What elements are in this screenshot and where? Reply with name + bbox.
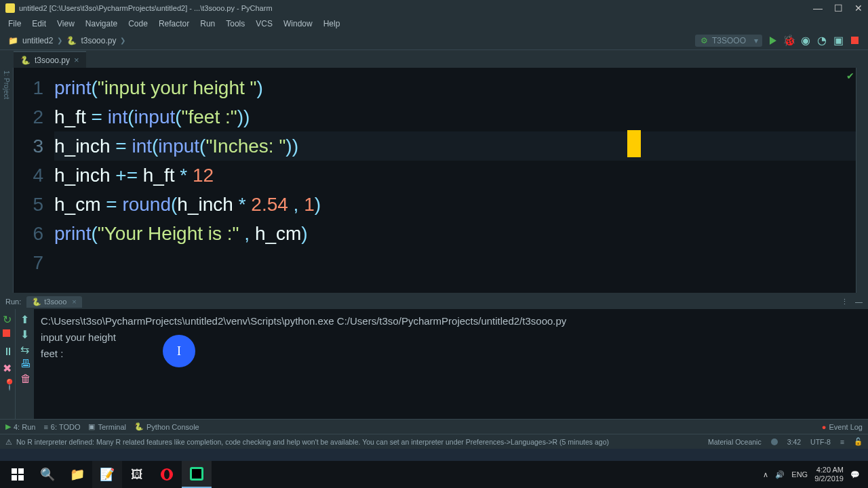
delete-button[interactable]: 🗑 [20,373,30,382]
svg-rect-3 [12,468,17,474]
svg-rect-1 [851,37,859,44]
line-gutter: 1234567 [14,68,54,293]
chevron-down-icon: ▾ [754,36,758,45]
menu-code[interactable]: Code [124,18,152,30]
encoding-indicator[interactable]: UTF-8 [810,438,831,446]
menu-refactor[interactable]: Refactor [155,18,193,30]
right-tool-stripe[interactable] [856,68,868,293]
theme-dot-icon [771,439,778,445]
close-button[interactable]: ✕ [854,4,863,12]
run-tab[interactable]: 🐍 t3sooo × [26,296,81,308]
rerun-button[interactable]: ↻ [3,313,12,323]
hide-panel-icon[interactable]: — [855,298,863,306]
pause-button[interactable]: ⏸ [3,346,12,355]
down-button[interactable]: ⬇ [20,328,30,338]
up-button[interactable]: ⬆ [20,313,30,323]
chevron-right-icon: ❯ [57,37,62,44]
menu-navigate[interactable]: Navigate [81,18,121,30]
code-area[interactable]: print("input your height ")h_ft = int(in… [54,68,856,293]
window-title: untitled2 [C:\Users\t3so\PycharmProjects… [19,4,273,12]
theme-indicator[interactable]: Material Oceanic [708,438,762,446]
analysis-ok-icon: ✔ [846,70,854,81]
run-tool-window: Run: 🐍 t3sooo × ⋮ — ↻ ⏸ ✖ 📍 ⬆ ⬇ ⇆ 🖶 🗑 I … [0,293,868,419]
project-tool-button[interactable]: 1: Project [3,70,10,99]
notifications-icon[interactable]: 💬 [850,470,860,479]
python-file-icon: 🐍 [66,36,77,45]
run-side-toolbar: ↻ ⏸ ✖ 📍 [0,309,15,419]
sublime-icon[interactable]: 📝 [92,461,122,488]
print-button[interactable]: 🖶 [20,358,30,367]
menu-tools[interactable]: Tools [222,18,249,30]
app-icon [5,3,15,13]
menu-view[interactable]: View [53,18,79,30]
window-titlebar: untitled2 [C:\Users\t3so\PycharmProjects… [0,0,868,16]
run-icon: ⚙ [701,36,708,45]
console-output[interactable]: I C:\Users\t3so\PycharmProjects\untitled… [34,309,868,419]
event-log-button[interactable]: ●Event Log [822,423,863,431]
menu-vcs[interactable]: VCS [252,18,277,30]
editor-tab[interactable]: 🐍 t3sooo.py × [14,51,86,68]
menu-bar: File Edit View Navigate Code Refactor Ru… [0,16,868,31]
python-file-icon: 🐍 [32,298,41,306]
breadcrumb-project[interactable]: untitled2 [22,36,53,45]
start-button[interactable] [3,461,33,488]
minimize-button[interactable]: — [814,4,822,12]
terminal-tool-button[interactable]: ▣Terminal [88,422,126,431]
status-message: No R interpreter defined: Many R related… [16,438,609,446]
tray-chevron-up-icon[interactable]: ∧ [763,470,768,479]
close-icon[interactable]: × [72,298,76,306]
line-separator[interactable]: ≡ [840,438,844,446]
run-tool-button[interactable]: ▶4: Run [5,422,35,431]
pin-button[interactable]: 📍 [3,378,12,388]
menu-file[interactable]: File [4,18,25,30]
svg-rect-5 [12,475,17,481]
caret-indicator [627,130,641,157]
run-configuration-selector[interactable]: ⚙ T3SOOO ▾ [695,35,762,47]
text-cursor-indicator: I [163,335,195,367]
menu-help[interactable]: Help [319,18,344,30]
more-icon[interactable]: ⋮ [841,298,848,306]
run-button[interactable] [768,35,778,46]
opera-icon[interactable] [152,461,182,488]
lock-icon[interactable]: 🔓 [854,437,863,446]
breadcrumb-file[interactable]: t3sooo.py [81,36,116,45]
python-console-button[interactable]: 🐍Python Console [134,422,199,431]
attach-button[interactable]: ▣ [833,35,844,46]
bottom-tool-stripe: ▶4: Run ≡6: TODO ▣Terminal 🐍Python Conso… [0,419,868,434]
chevron-right-icon: ❯ [120,37,125,44]
stop-button[interactable] [849,35,860,46]
svg-point-8 [164,470,170,479]
windows-taskbar: 🔍 📁 📝 🖼 ∧ 🔊 ENG 4:20 AM 9/2/2019 💬 [0,461,868,488]
code-editor[interactable]: 1234567 print("input your height ")h_ft … [14,68,856,293]
cursor-position[interactable]: 3:42 [787,438,801,446]
search-button[interactable]: 🔍 [33,461,62,488]
profile-button[interactable]: ◔ [816,35,827,46]
file-explorer-icon[interactable]: 📁 [62,461,92,488]
debug-button[interactable]: 🐞 [784,35,795,46]
todo-tool-button[interactable]: ≡6: TODO [43,423,80,431]
menu-edit[interactable]: Edit [28,18,50,30]
volume-icon[interactable]: 🔊 [775,470,785,479]
maximize-button[interactable]: ☐ [834,4,842,12]
clock[interactable]: 4:20 AM 9/2/2019 [814,466,844,483]
soft-wrap-button[interactable]: ⇆ [20,343,30,352]
folder-icon: 📁 [8,36,18,45]
close-tab-icon[interactable]: × [74,55,79,65]
svg-rect-4 [18,468,24,474]
language-indicator[interactable]: ENG [791,470,808,479]
photos-icon[interactable]: 🖼 [122,461,152,488]
run-side-toolbar-2: ⬆ ⬇ ⇆ 🖶 🗑 [15,309,34,419]
warning-icon: ⚠ [5,438,12,446]
menu-window[interactable]: Window [279,18,317,30]
run-panel-label: Run: [5,298,21,306]
tab-filename: t3sooo.py [35,56,70,65]
status-bar: ⚠ No R interpreter defined: Many R relat… [0,434,868,449]
navigation-bar: 📁 untitled2 ❯ 🐍 t3sooo.py ❯ ⚙ T3SOOO ▾ 🐞… [0,31,868,50]
left-tool-stripe[interactable]: 1: Project [0,68,14,293]
exit-button[interactable]: ✖ [3,362,12,371]
stop-button[interactable] [3,329,12,339]
pycharm-icon[interactable] [182,461,212,488]
svg-rect-2 [3,329,10,337]
run-with-coverage-button[interactable]: ◉ [800,35,811,46]
menu-run[interactable]: Run [196,18,219,30]
